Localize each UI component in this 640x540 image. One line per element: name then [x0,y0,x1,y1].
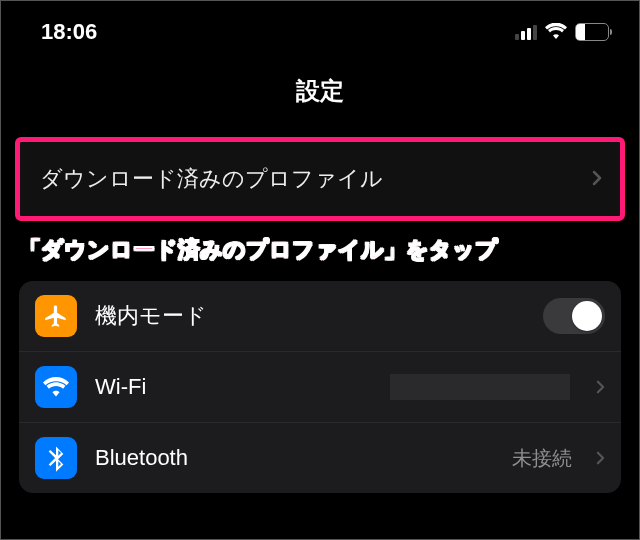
downloaded-profile-label: ダウンロード済みのプロファイル [40,164,383,194]
status-bar: 18:06 28 [1,1,639,55]
bluetooth-value: 未接続 [512,445,572,472]
battery-percent: 28 [576,25,608,39]
status-indicators: 28 [515,22,609,42]
chevron-right-icon [592,166,602,192]
airplane-mode-toggle[interactable] [543,298,605,334]
settings-list: 機内モード Wi-Fi Bluetooth 未接続 [19,281,621,493]
airplane-mode-row[interactable]: 機内モード [19,281,621,352]
status-time: 18:06 [41,19,97,45]
bluetooth-label: Bluetooth [95,445,494,471]
wifi-status-icon [545,22,567,42]
chevron-right-icon [596,447,605,470]
page-title: 設定 [1,55,639,137]
bluetooth-icon [35,437,77,479]
downloaded-profile-row[interactable]: ダウンロード済みのプロファイル [15,137,625,221]
instruction-annotation: 「ダウンロード済みのプロファイル」をタップ [19,235,621,265]
airplane-icon [35,295,77,337]
cellular-signal-icon [515,24,537,40]
wifi-row[interactable]: Wi-Fi [19,352,621,423]
airplane-mode-label: 機内モード [95,301,525,331]
wifi-label: Wi-Fi [95,374,372,400]
battery-indicator: 28 [575,23,609,41]
wifi-value-redacted [390,374,570,400]
bluetooth-row[interactable]: Bluetooth 未接続 [19,423,621,493]
chevron-right-icon [596,376,605,399]
wifi-icon [35,366,77,408]
